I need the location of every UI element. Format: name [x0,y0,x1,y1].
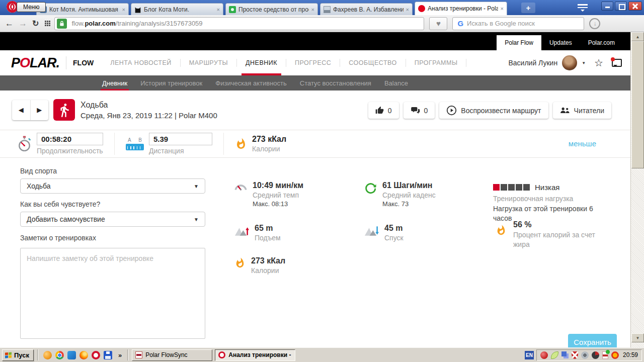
chevron-down-icon[interactable]: ▼ [582,61,586,65]
close-icon[interactable]: × [122,7,125,13]
tab-menu-icon[interactable] [578,4,588,14]
scroll-up-icon[interactable]: ▲ [631,32,644,41]
screen: Меню Кот Мотя. Антимышовая ко × Блог Кот… [0,0,644,362]
download-icon[interactable]: ↓ [589,18,600,29]
descent-metric: 45 m Спуск [364,224,404,242]
fat-percent-block: 56 % Процент калорий за счет жира [496,220,603,249]
descent-icon [364,225,379,242]
bookmark-heart-icon[interactable]: ♥ [429,17,447,30]
taskbar-clock: 20:59 [623,351,638,358]
less-link[interactable]: меньше [569,139,596,148]
cadence-metric: 61 Шаги/мин Средний каденс Макс. 73 [364,181,436,208]
browser-menu-button[interactable]: Меню [17,2,46,12]
nav-programs[interactable]: ПРОГРАММЫ [406,50,466,75]
next-session-button[interactable]: ▶ [30,100,49,120]
polar-logo[interactable]: POLAR. [11,55,59,71]
browser-tab[interactable]: Простое средство от прост × [225,3,318,15]
calories-flame-icon [234,257,246,275]
notes-textarea[interactable] [20,248,205,339]
page-scrollbar[interactable]: ▲ ▼ [630,32,644,347]
tray-icon-antivirus-shield[interactable] [572,351,578,359]
prev-session-button[interactable]: ◀ [12,100,30,120]
duration-input[interactable] [37,133,103,145]
subnav-balance[interactable]: Balance [378,75,415,90]
comments-icon [411,107,420,115]
tray-icon-berry[interactable] [540,351,548,359]
quicklaunch-app-icon[interactable] [43,351,52,359]
task-training-analysis[interactable]: Анализ тренировки - ... [215,349,295,361]
speed-dial-icon[interactable] [45,21,46,22]
tray-icon-disc[interactable] [592,351,599,359]
like-button[interactable]: 0 [368,102,399,119]
nav-routes[interactable]: МАРШРУТЫ [181,50,236,75]
tray-icon-puzzle[interactable] [561,351,567,356]
tray-icon-target[interactable] [611,351,619,359]
feeling-select[interactable]: Добавить самочувствие ▼ [20,212,205,227]
browser-tab-active[interactable]: Анализ тренировки - Polar F × [415,2,507,15]
firefox-icon[interactable] [79,351,88,359]
quicklaunch-blue-app-icon[interactable] [67,351,76,359]
back-icon[interactable]: ← [5,19,14,29]
readers-button[interactable]: Читатели [553,102,611,119]
subnav-activity[interactable]: Физическая активность [209,75,293,90]
tray-icon-leaf[interactable] [551,351,558,359]
forward-icon[interactable]: → [19,19,27,29]
browser-tab[interactable]: Фахреев В. А. Избавление × [320,3,413,15]
maximize-button[interactable] [615,2,627,11]
close-icon[interactable]: × [217,7,220,13]
search-field[interactable]: G Искать в Google поиск [452,17,584,30]
subnav-history[interactable]: История тренировок [134,75,209,90]
page: Polar Flow Updates Polar.com POLAR. FLOW… [0,32,644,347]
user-area: Василий Лукин ▼ ☆ [508,50,622,75]
walking-sport-icon [53,99,75,121]
windows-flag-icon [5,352,12,358]
lock-icon[interactable] [57,19,67,29]
address-bar[interactable]: flow.polar.com/training/analysis/3157673… [54,17,424,30]
quicklaunch-overflow-icon[interactable]: » [116,351,124,359]
pace-metric: 10:49 мин/км Средний темп Макс. 08:13 [234,181,303,208]
close-window-button[interactable] [628,2,642,11]
polar-top-bar: Polar Flow Updates Polar.com [0,32,630,50]
task-polar-flowsync[interactable]: Polar FlowSync [132,349,212,361]
avatar[interactable] [562,55,577,70]
language-indicator[interactable]: EN [525,351,534,359]
save-button[interactable]: Сохранить [568,334,617,347]
window-controls [601,2,642,11]
reload-icon[interactable]: ↻ [32,19,39,28]
scrollbar-thumb[interactable] [631,41,644,168]
browser-tab[interactable]: Кот Мотя. Антимышовая ко × [36,3,129,15]
nav-progress[interactable]: ПРОГРЕСС [286,50,340,75]
replay-route-button[interactable]: Воспроизвести маршрут [439,102,548,119]
tray-icon-sync-check[interactable] [602,351,608,359]
subnav-recovery[interactable]: Статус восстановления [293,75,378,90]
chrome-icon[interactable] [55,351,64,359]
tray-icon-webcam[interactable] [581,351,589,359]
toplink-updates[interactable]: Updates [541,35,580,50]
toplink-polar-flow[interactable]: Polar Flow [497,35,541,50]
comments-button[interactable]: 0 [404,102,435,119]
nav-community[interactable]: СООБЩЕСТВО [340,50,405,75]
opera-icon[interactable] [92,351,100,359]
close-icon[interactable]: × [501,6,504,12]
nav-feed[interactable]: ЛЕНТА НОВОСТЕЙ [102,50,180,75]
new-tab-button[interactable]: + [521,3,535,13]
browser-tab[interactable]: Блог Кота Моти. × [131,3,223,15]
close-icon[interactable]: × [311,7,314,13]
main-nav: ЛЕНТА НОВОСТЕЙ МАРШРУТЫ ДНЕВНИК ПРОГРЕСС… [102,50,466,75]
system-tray: 20:59 [536,349,642,361]
user-name[interactable]: Василий Лукин [508,59,557,67]
close-icon[interactable]: × [406,7,409,13]
distance-input[interactable] [149,133,212,145]
subnav-diary[interactable]: Дневник [96,75,134,90]
minimize-button[interactable] [601,2,613,11]
star-icon[interactable]: ☆ [594,57,603,69]
tab-strip: Кот Мотя. Антимышовая ко × Блог Кота Мот… [36,2,507,15]
notifications-icon[interactable] [612,59,622,67]
polar-favicon-icon [418,5,425,12]
start-button[interactable]: Пуск [2,349,34,361]
toplink-polar-com[interactable]: Polar.com [580,35,623,50]
save-app-icon[interactable] [104,351,112,359]
scroll-down-icon[interactable]: ▼ [631,333,644,342]
sport-select[interactable]: Ходьба ▼ [20,178,205,194]
nav-diary[interactable]: ДНЕВНИК [237,50,286,75]
